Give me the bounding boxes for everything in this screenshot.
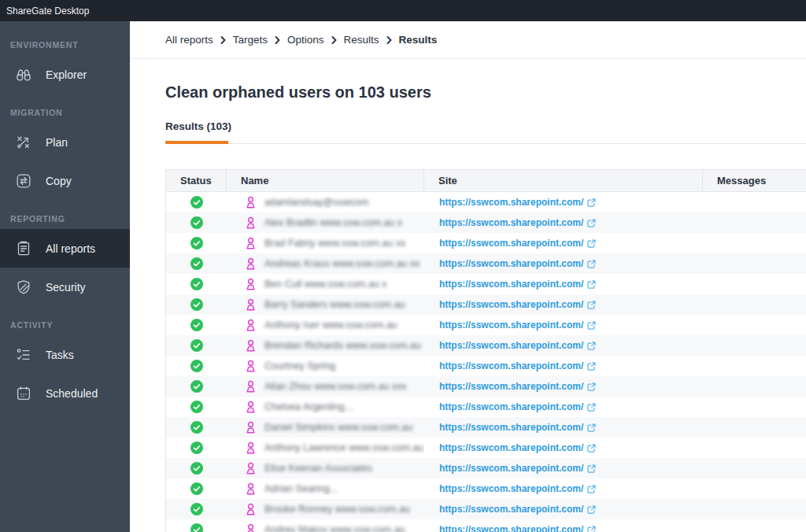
table-body: adamlandsay@sswcomhttps://sswcom.sharepo… xyxy=(166,192,806,532)
user-icon xyxy=(245,319,257,331)
sidebar-item-tasks[interactable]: Tasks xyxy=(0,335,130,374)
table-header: StatusNameSiteMessages xyxy=(166,170,806,192)
site-link[interactable]: https://sswcom.sharepoint.com/ xyxy=(439,504,583,515)
sidebar-item-plan[interactable]: Plan xyxy=(0,123,130,161)
site-link[interactable]: https://sswcom.sharepoint.com/ xyxy=(439,258,583,269)
external-link-icon[interactable] xyxy=(587,464,596,473)
external-link-icon[interactable] xyxy=(587,321,596,330)
site-link[interactable]: https://sswcom.sharepoint.com/ xyxy=(439,381,583,392)
breadcrumb-item-3[interactable]: Results xyxy=(344,34,379,46)
status-cell xyxy=(166,523,227,532)
site-link[interactable]: https://sswcom.sharepoint.com/ xyxy=(439,483,583,494)
external-link-icon[interactable] xyxy=(587,219,596,227)
name-cell: Ben Cull www.ssw.com.au x xyxy=(227,278,424,290)
user-name-redacted: Barry Sanders www.ssw.com.au xyxy=(264,299,405,310)
site-cell: https://sswcom.sharepoint.com/ xyxy=(424,299,703,310)
site-cell: https://sswcom.sharepoint.com/ xyxy=(424,401,703,412)
site-link[interactable]: https://sswcom.sharepoint.com/ xyxy=(439,320,583,331)
table-row: Allan Zhou www.ssw.com.au xxxhttps://ssw… xyxy=(166,376,806,397)
name-cell: Elise Keenan Associates xyxy=(227,462,424,475)
check-circle-icon xyxy=(190,462,203,475)
name-cell: Daniel Simpkins www.ssw.com.au xyxy=(227,421,424,434)
user-name-redacted: Andreas Kraus www.ssw.com.au xx xyxy=(264,258,420,269)
sidebar-item-scheduled[interactable]: Scheduled xyxy=(0,374,130,412)
sidebar-item-copy[interactable]: Copy xyxy=(0,161,130,200)
external-link-icon[interactable] xyxy=(587,485,596,493)
status-cell xyxy=(166,278,227,290)
external-link-icon[interactable] xyxy=(587,423,596,432)
user-name-redacted: Alex Bradlin www.ssw.com.au x xyxy=(264,217,402,228)
column-header-name[interactable]: Name xyxy=(227,170,424,191)
main-area: All reportsTargetsOptionsResultsResults … xyxy=(130,21,806,532)
external-link-icon[interactable] xyxy=(587,301,596,309)
sidebar-item-label: Tasks xyxy=(46,349,74,361)
tab-results[interactable]: Results (103) xyxy=(165,120,231,132)
column-header-site[interactable]: Site xyxy=(424,170,703,191)
name-cell: Barry Sanders www.ssw.com.au xyxy=(227,298,424,311)
binoculars-icon xyxy=(14,65,33,84)
user-name-redacted: Brooke Ronney www.ssw.com.au xyxy=(264,504,410,515)
status-cell xyxy=(166,257,227,270)
external-link-icon[interactable] xyxy=(587,526,596,532)
site-cell: https://sswcom.sharepoint.com/ xyxy=(424,381,703,392)
external-link-icon[interactable] xyxy=(587,198,596,207)
sidebar-item-label: Security xyxy=(46,281,86,294)
site-link[interactable]: https://sswcom.sharepoint.com/ xyxy=(439,299,583,310)
external-link-icon[interactable] xyxy=(587,403,596,412)
user-name-redacted: Daniel Simpkins www.ssw.com.au xyxy=(264,422,412,433)
external-link-icon[interactable] xyxy=(587,382,596,391)
site-link[interactable]: https://sswcom.sharepoint.com/ xyxy=(439,279,583,290)
user-name-redacted: Ben Cull www.ssw.com.au x xyxy=(264,279,387,290)
site-link[interactable]: https://sswcom.sharepoint.com/ xyxy=(439,340,583,351)
site-cell: https://sswcom.sharepoint.com/ xyxy=(424,197,703,208)
table-row: Alex Bradlin www.ssw.com.au xhttps://ssw… xyxy=(166,212,806,233)
calendar-icon xyxy=(14,384,33,403)
name-cell: Brooke Ronney www.ssw.com.au xyxy=(227,503,424,515)
name-cell: adamlandsay@sswcom xyxy=(227,196,424,209)
breadcrumb-item-0[interactable]: All reports xyxy=(165,34,213,46)
sidebar-item-security[interactable]: Security xyxy=(0,268,130,306)
user-icon xyxy=(245,257,257,270)
site-link[interactable]: https://sswcom.sharepoint.com/ xyxy=(439,238,583,249)
site-cell: https://sswcom.sharepoint.com/ xyxy=(424,483,703,494)
check-circle-icon xyxy=(190,319,203,331)
breadcrumb-item-1[interactable]: Targets xyxy=(233,34,268,46)
external-link-icon[interactable] xyxy=(587,362,596,371)
page-title: Clean orphaned users on 103 users xyxy=(165,83,806,102)
site-cell: https://sswcom.sharepoint.com/ xyxy=(424,258,703,269)
breadcrumb-item-4[interactable]: Results xyxy=(399,34,438,46)
sidebar-item-label: All reports xyxy=(46,242,95,255)
site-cell: https://sswcom.sharepoint.com/ xyxy=(424,340,703,351)
site-cell: https://sswcom.sharepoint.com/ xyxy=(424,217,703,228)
site-link[interactable]: https://sswcom.sharepoint.com/ xyxy=(439,442,583,453)
external-link-icon[interactable] xyxy=(587,505,596,514)
external-link-icon[interactable] xyxy=(587,342,596,350)
status-cell xyxy=(166,360,227,372)
external-link-icon[interactable] xyxy=(587,444,596,453)
user-icon xyxy=(245,462,257,475)
site-link[interactable]: https://sswcom.sharepoint.com/ xyxy=(439,360,583,371)
column-header-status[interactable]: Status xyxy=(166,170,227,191)
site-link[interactable]: https://sswcom.sharepoint.com/ xyxy=(439,524,583,532)
external-link-icon[interactable] xyxy=(587,239,596,248)
name-cell: Adrian Searing... xyxy=(227,482,424,495)
table-row: Courtney Springhttps://sswcom.sharepoint… xyxy=(166,356,806,376)
site-link[interactable]: https://sswcom.sharepoint.com/ xyxy=(439,217,583,228)
check-circle-icon xyxy=(190,216,203,229)
column-header-messages[interactable]: Messages xyxy=(703,170,806,191)
breadcrumb-item-2[interactable]: Options xyxy=(287,34,324,46)
user-icon xyxy=(245,278,257,290)
table-row: Brooke Ronney www.ssw.com.auhttps://sswc… xyxy=(166,499,806,519)
site-link[interactable]: https://sswcom.sharepoint.com/ xyxy=(439,197,583,208)
site-link[interactable]: https://sswcom.sharepoint.com/ xyxy=(439,463,583,474)
external-link-icon[interactable] xyxy=(587,260,596,268)
tabs: Results (103) xyxy=(165,119,806,144)
site-link[interactable]: https://sswcom.sharepoint.com/ xyxy=(439,401,583,412)
status-cell xyxy=(166,401,227,413)
site-link[interactable]: https://sswcom.sharepoint.com/ xyxy=(439,422,583,433)
sidebar-item-explorer[interactable]: Explorer xyxy=(0,55,130,94)
sidebar-item-all-reports[interactable]: All reports xyxy=(0,229,130,268)
external-link-icon[interactable] xyxy=(587,280,596,289)
user-icon xyxy=(245,196,257,209)
user-name-redacted: Anthony Lawrence www.ssw.com.au xyxy=(264,442,423,453)
